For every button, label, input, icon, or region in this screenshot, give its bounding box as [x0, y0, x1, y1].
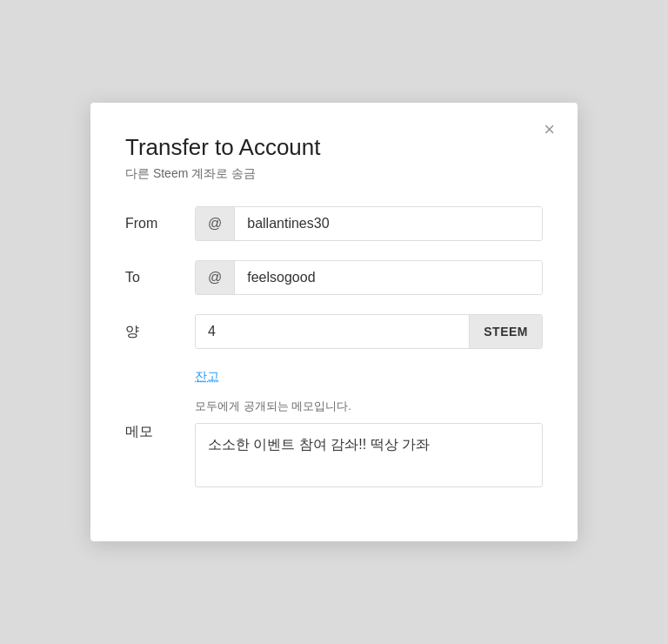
from-input-group: @	[195, 206, 543, 241]
currency-badge: STEEM	[469, 315, 542, 348]
to-at-prefix: @	[196, 261, 235, 294]
from-row: From @	[125, 206, 543, 241]
to-input-group: @	[195, 260, 543, 295]
from-at-prefix: @	[196, 207, 235, 240]
to-row: To @	[125, 260, 543, 295]
memo-row: 메모 소소한 이벤트 참여 감솨!! 떡상 가좌	[125, 423, 543, 487]
to-label: To	[125, 270, 195, 285]
modal-dialog: × Transfer to Account 다른 Steem 계좌로 송금 Fr…	[90, 103, 578, 541]
from-input[interactable]	[235, 207, 542, 240]
modal-overlay: × Transfer to Account 다른 Steem 계좌로 송금 Fr…	[0, 0, 668, 644]
from-label: From	[125, 216, 195, 231]
modal-title: Transfer to Account	[125, 134, 543, 161]
amount-input[interactable]	[196, 315, 469, 348]
close-button[interactable]: ×	[538, 117, 560, 143]
balance-link[interactable]: 잔고	[195, 369, 219, 385]
amount-label: 양	[125, 323, 195, 341]
memo-label: 메모	[125, 423, 195, 441]
memo-hint: 모두에게 공개되는 메모입니다.	[195, 399, 543, 414]
modal-subtitle: 다른 Steem 계좌로 송금	[125, 166, 543, 182]
amount-input-group: STEEM	[195, 314, 543, 349]
to-input[interactable]	[235, 261, 542, 294]
memo-input[interactable]: 소소한 이벤트 참여 감솨!! 떡상 가좌	[195, 423, 543, 487]
amount-row: 양 STEEM	[125, 314, 543, 349]
